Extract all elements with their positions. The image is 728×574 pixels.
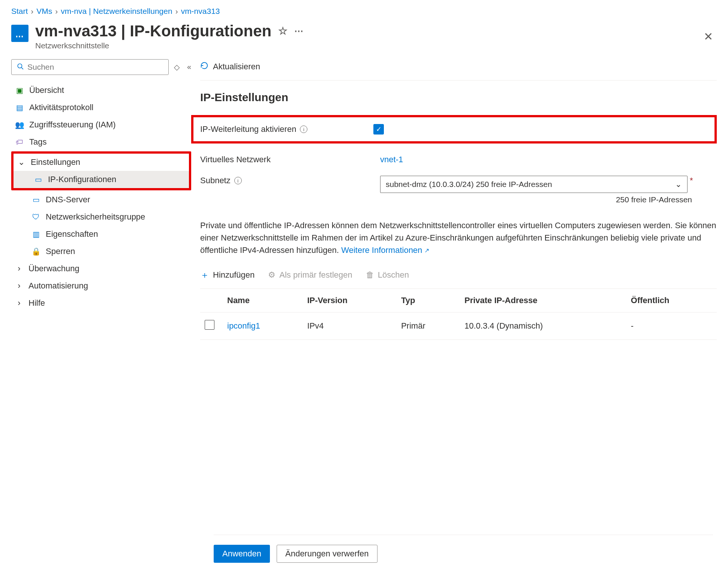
breadcrumb-link[interactable]: vm-nva313 xyxy=(181,7,220,16)
col-public-ip[interactable]: Öffentlich xyxy=(626,289,717,312)
dns-icon: ▭ xyxy=(31,195,40,204)
sidebar-item-label: Zugriffssteuerung (IAM) xyxy=(29,120,116,130)
ipconfig-name-link[interactable]: ipconfig1 xyxy=(227,321,260,330)
close-blade-icon[interactable]: ✕ xyxy=(704,30,713,43)
col-private-ip[interactable]: Private IP-Adresse xyxy=(460,289,626,312)
discard-button[interactable]: Änderungen verwerfen xyxy=(277,545,377,563)
breadcrumb-link[interactable]: Start xyxy=(11,7,28,16)
external-link-icon: ↗ xyxy=(424,247,429,254)
cell-type: Primär xyxy=(397,312,460,340)
more-menu-icon[interactable]: ⋯ xyxy=(294,26,304,36)
sidebar-item-label: Eigenschaften xyxy=(46,229,98,239)
breadcrumb-link[interactable]: VMs xyxy=(36,7,52,16)
sidebar-search[interactable] xyxy=(11,59,169,75)
expand-collapse-icon[interactable]: ◇ xyxy=(174,63,180,72)
ipconfig-toolbar: ＋ Hinzufügen ⚙ Als primär festlegen 🗑 Lö… xyxy=(200,265,717,288)
ip-config-description: Private und öffentliche IP-Adressen könn… xyxy=(200,219,717,256)
chevron-right-icon: › xyxy=(31,7,33,16)
blade-toolbar: Aktualisieren xyxy=(200,59,717,81)
cell-ipversion: IPv4 xyxy=(303,312,397,340)
search-icon xyxy=(17,63,24,72)
table-row[interactable]: ipconfig1 IPv4 Primär 10.0.3.4 (Dynamisc… xyxy=(200,312,717,340)
sidebar-group-label: Hilfe xyxy=(28,298,45,308)
row-checkbox[interactable] xyxy=(205,320,214,330)
sidebar-group-monitoring[interactable]: › Überwachung xyxy=(11,260,191,277)
vnet-link[interactable]: vnet-1 xyxy=(380,155,403,164)
lock-icon: 🔒 xyxy=(31,247,40,256)
chevron-down-icon: ⌄ xyxy=(675,180,682,189)
add-ipconfig-button[interactable]: ＋ Hinzufügen xyxy=(200,269,255,281)
refresh-icon[interactable] xyxy=(200,61,208,72)
ipconfig-table: Name IP-Version Typ Private IP-Adresse Ö… xyxy=(200,288,717,340)
sidebar-item-label: Tags xyxy=(29,137,46,147)
section-title-ip-settings: IP-Einstellungen xyxy=(200,91,717,104)
sidebar-nav: ◇ « ▣ Übersicht ▤ Aktivitätsprotokoll 👥 … xyxy=(11,59,191,340)
set-primary-button: ⚙ Als primär festlegen xyxy=(268,270,352,280)
sidebar-group-automation[interactable]: › Automatisierung xyxy=(11,277,191,294)
sidebar-group-label: Einstellungen xyxy=(31,157,80,167)
sidebar-item-iam[interactable]: 👥 Zugriffssteuerung (IAM) xyxy=(11,116,191,133)
info-icon[interactable]: i xyxy=(300,126,307,133)
overview-icon: ▣ xyxy=(15,86,24,95)
sidebar-group-settings[interactable]: ⌄ Einstellungen xyxy=(13,154,189,171)
shield-icon: 🛡 xyxy=(31,212,40,221)
favorite-star-icon[interactable]: ☆ xyxy=(278,25,288,37)
chevron-down-icon: ⌄ xyxy=(17,157,25,167)
sidebar-item-tags[interactable]: 🏷 Tags xyxy=(11,133,191,151)
chevron-right-icon: › xyxy=(55,7,58,16)
sidebar-group-label: Überwachung xyxy=(28,264,79,274)
subnet-select[interactable]: subnet-dmz (10.0.3.0/24) 250 freie IP-Ad… xyxy=(380,176,688,193)
svg-line-1 xyxy=(21,67,23,69)
sidebar-item-dns-servers[interactable]: ▭ DNS-Server xyxy=(11,191,191,208)
vnet-label: Virtuelles Netzwerk xyxy=(200,155,271,164)
properties-icon: ▥ xyxy=(31,230,40,239)
col-name[interactable]: Name xyxy=(223,289,303,312)
subnet-helper-text: 250 freie IP-Adressen xyxy=(380,195,692,204)
breadcrumb-link[interactable]: vm-nva | Netzwerkeinstellungen xyxy=(61,7,172,16)
delete-ipconfig-button: 🗑 Löschen xyxy=(366,270,409,280)
sidebar-item-label: Übersicht xyxy=(29,85,64,95)
refresh-button[interactable]: Aktualisieren xyxy=(213,62,260,72)
sidebar-item-label: Aktivitätsprotokoll xyxy=(29,103,93,112)
col-type[interactable]: Typ xyxy=(397,289,460,312)
main-content: Aktualisieren IP-Einstellungen IP-Weiter… xyxy=(200,59,717,340)
sidebar-item-label: IP-Konfigurationen xyxy=(48,175,116,184)
chevron-right-icon: › xyxy=(175,7,178,16)
sidebar-item-label: Netzwerksicherheitsgruppe xyxy=(46,212,145,222)
ip-forwarding-label: IP-Weiterleitung aktivieren xyxy=(200,124,296,134)
sidebar-item-label: Sperren xyxy=(46,247,75,256)
activity-log-icon: ▤ xyxy=(15,103,24,112)
learn-more-link[interactable]: Weitere Informationen ↗ xyxy=(341,245,429,255)
highlight-settings-group: ⌄ Einstellungen ▭ IP-Konfigurationen xyxy=(11,151,191,190)
sidebar-item-ip-configurations[interactable]: ▭ IP-Konfigurationen xyxy=(13,171,189,188)
tag-icon: 🏷 xyxy=(15,138,24,146)
blade-footer: Anwenden Änderungen verwerfen xyxy=(214,535,713,563)
sidebar-group-help[interactable]: › Hilfe xyxy=(11,294,191,312)
network-interface-icon xyxy=(11,25,28,42)
sidebar-item-activity-log[interactable]: ▤ Aktivitätsprotokoll xyxy=(11,99,191,116)
search-input[interactable] xyxy=(27,63,163,72)
sidebar-item-nsg[interactable]: 🛡 Netzwerksicherheitsgruppe xyxy=(11,208,191,226)
sidebar-item-locks[interactable]: 🔒 Sperren xyxy=(11,243,191,260)
sidebar-group-label: Automatisierung xyxy=(28,281,88,291)
ip-forwarding-checkbox[interactable]: ✓ xyxy=(373,124,384,135)
sidebar-item-properties[interactable]: ▥ Eigenschaften xyxy=(11,226,191,243)
sidebar-item-overview[interactable]: ▣ Übersicht xyxy=(11,82,191,99)
cell-public-ip: - xyxy=(626,312,717,340)
col-ipversion[interactable]: IP-Version xyxy=(303,289,397,312)
info-icon[interactable]: i xyxy=(234,177,242,184)
ip-config-icon: ▭ xyxy=(34,175,43,184)
chevron-right-icon: › xyxy=(15,298,23,308)
apply-button[interactable]: Anwenden xyxy=(214,545,270,563)
subnet-label: Subnetz xyxy=(200,176,231,185)
breadcrumb: Start › VMs › vm-nva | Netzwerkeinstellu… xyxy=(11,7,717,16)
collapse-sidebar-icon[interactable]: « xyxy=(187,63,191,72)
svg-point-0 xyxy=(18,64,22,68)
plus-icon: ＋ xyxy=(200,269,209,281)
page-header: vm-nva313 | IP-Konfigurationen ☆ ⋯ Netzw… xyxy=(11,22,717,50)
trash-icon: 🗑 xyxy=(366,270,374,280)
sidebar-item-label: DNS-Server xyxy=(46,195,90,205)
chevron-right-icon: › xyxy=(15,281,23,291)
page-subtitle: Netzwerkschnittstelle xyxy=(35,41,717,50)
cell-private-ip: 10.0.3.4 (Dynamisch) xyxy=(460,312,626,340)
